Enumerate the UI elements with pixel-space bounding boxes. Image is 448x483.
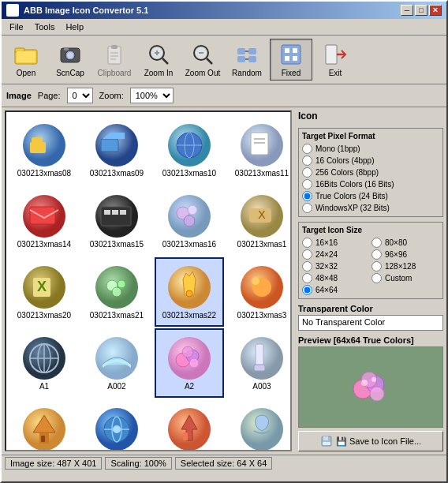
- radio-row: 24×24: [302, 249, 370, 260]
- custom-radio[interactable]: [371, 273, 382, 283]
- svg-rect-50: [101, 207, 131, 226]
- menu-file[interactable]: File: [5, 21, 28, 33]
- mono-radio[interactable]: [302, 144, 312, 154]
- right-panel: Icon Target Pixel Format Mono (1bpp) 16 …: [295, 107, 446, 455]
- 16bit-radio[interactable]: [302, 179, 312, 189]
- svg-point-57: [184, 215, 195, 227]
- list-item[interactable]: 030213xmas16: [155, 186, 224, 256]
- icon-label: 030213xmas14: [17, 240, 71, 249]
- svg-rect-44: [251, 133, 268, 155]
- save-button[interactable]: 💾 Save to Icon File...: [298, 431, 443, 451]
- 128x128-radio[interactable]: [371, 261, 382, 271]
- list-item[interactable]: 030213xmas21: [82, 257, 151, 327]
- selected-size-status: Selected size: 64 X 64: [175, 457, 272, 470]
- list-item[interactable]: 030213xmas11: [227, 115, 290, 185]
- icon-label: 030213xmas11: [235, 169, 289, 178]
- icon-panel: 030213xmas08 030213xmas09: [6, 112, 290, 450]
- open-button[interactable]: Open: [5, 39, 47, 80]
- svg-point-66: [118, 280, 125, 288]
- scncap-button[interactable]: ScnCap: [49, 39, 91, 80]
- icon-label: 030213xmas21: [90, 311, 144, 320]
- list-item[interactable]: A5: [227, 399, 290, 450]
- menu-tools[interactable]: Tools: [30, 21, 60, 33]
- menu-help[interactable]: Help: [61, 21, 88, 33]
- list-item[interactable]: A003: [227, 328, 290, 398]
- list-item[interactable]: A4: [82, 399, 151, 450]
- 32x32-radio[interactable]: [302, 261, 312, 271]
- svg-rect-109: [323, 442, 330, 445]
- list-item[interactable]: A2: [155, 328, 224, 398]
- radio-row: 80×80: [371, 238, 439, 248]
- list-item[interactable]: A004: [9, 399, 79, 450]
- menu-bar: File Tools Help: [2, 19, 446, 36]
- list-item[interactable]: 030213xmas08: [9, 115, 79, 185]
- preview-section: Preview [64x64 True Colors]: [298, 335, 443, 451]
- 48x48-radio[interactable]: [302, 273, 312, 283]
- icon-size-grid: 16×16 80×80 24×24 96×96: [302, 238, 439, 295]
- list-item[interactable]: X 030213xmas1: [227, 186, 290, 256]
- list-item[interactable]: X 030213xmas20: [9, 257, 79, 327]
- svg-point-96: [113, 425, 121, 433]
- list-item[interactable]: 030213xmas15: [82, 186, 151, 256]
- svg-line-19: [207, 58, 212, 64]
- 80x80-label: 80×80: [385, 238, 407, 247]
- svg-rect-2: [17, 51, 35, 62]
- svg-rect-7: [108, 47, 121, 64]
- 32bit-radio[interactable]: [302, 203, 312, 213]
- list-item[interactable]: A1: [9, 328, 79, 398]
- page-select[interactable]: 0: [67, 88, 93, 103]
- fixed-button[interactable]: Fixed: [270, 39, 312, 80]
- list-item[interactable]: 030213xmas10: [155, 115, 224, 185]
- minimize-button[interactable]: ─: [401, 5, 413, 16]
- zoom-select[interactable]: 100%: [130, 88, 174, 103]
- 24x24-radio[interactable]: [302, 249, 312, 260]
- main-window: ABB Image Icon Convertor 5.1 ─ □ ✕ File …: [0, 0, 448, 483]
- 96x96-radio[interactable]: [371, 249, 382, 260]
- exit-button[interactable]: Exit: [314, 39, 357, 80]
- radio-row: Custom: [371, 273, 439, 283]
- svg-rect-8: [111, 45, 118, 49]
- zoom-in-button[interactable]: Zoom In: [137, 39, 180, 80]
- svg-point-20: [196, 47, 207, 58]
- radio-row: 16 Colors (4bpp): [302, 155, 439, 166]
- image-size-status: Image size: 487 X 401: [5, 457, 102, 470]
- close-button[interactable]: ✕: [429, 5, 442, 16]
- 24bit-radio[interactable]: [302, 191, 312, 201]
- list-item[interactable]: 030213xmas22: [155, 257, 224, 327]
- 96x96-label: 96×96: [385, 250, 407, 259]
- fixed-icon: [278, 42, 304, 67]
- maximize-button[interactable]: □: [415, 5, 427, 16]
- 24x24-label: 24×24: [315, 250, 338, 259]
- open-icon: [13, 42, 39, 67]
- svg-rect-108: [323, 436, 328, 440]
- radio-row: 64×64: [302, 285, 439, 295]
- 32bit-label: WindowsXP (32 Bits): [315, 204, 390, 212]
- icon-label: 030213xmas1: [237, 240, 287, 249]
- 16x16-radio[interactable]: [302, 238, 312, 248]
- random-button[interactable]: Random: [226, 39, 268, 80]
- 256col-radio[interactable]: [302, 167, 312, 178]
- zoom-out-button[interactable]: Zoom Out: [181, 39, 224, 80]
- toolbar: Open ScnCap Clipboard: [2, 36, 446, 84]
- scncap-icon: [58, 42, 83, 67]
- svg-rect-91: [41, 436, 45, 442]
- svg-rect-32: [326, 45, 337, 64]
- clipboard-button[interactable]: Clipboard: [93, 39, 136, 80]
- svg-rect-30: [285, 56, 289, 61]
- 256col-label: 256 Colors (8bpp): [315, 168, 379, 177]
- image-label: Image: [6, 91, 32, 100]
- list-item[interactable]: A005: [155, 399, 224, 450]
- svg-text:X: X: [37, 279, 47, 294]
- list-item[interactable]: 030213xmas09: [82, 115, 151, 185]
- 16col-radio[interactable]: [302, 155, 312, 166]
- 64x64-radio[interactable]: [302, 285, 312, 295]
- 16col-label: 16 Colors (4bpp): [315, 156, 374, 165]
- 16x16-label: 16×16: [315, 238, 338, 247]
- radio-row: Mono (1bpp): [302, 144, 439, 154]
- zoom-out-icon: [190, 42, 215, 67]
- list-item[interactable]: A002: [82, 328, 151, 398]
- 80x80-radio[interactable]: [371, 238, 382, 248]
- list-item[interactable]: 030213xmas3: [227, 257, 290, 327]
- list-item[interactable]: 030213xmas14: [9, 186, 79, 256]
- radio-row: 96×96: [371, 249, 439, 260]
